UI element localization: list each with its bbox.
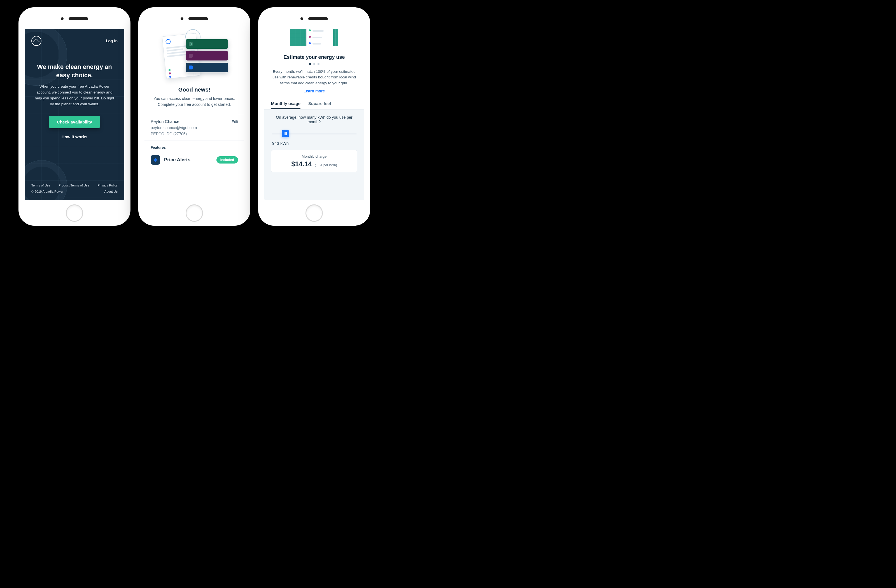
privacy-link[interactable]: Privacy Policy xyxy=(98,184,117,187)
monthly-charge-card: Monthly charge $14.14 (1.5¢ per kWh) xyxy=(271,150,357,172)
charge-amount: $14.14 xyxy=(291,160,312,168)
usage-question: On average, how many kWh do you use per … xyxy=(271,115,357,124)
home-button-icon[interactable] xyxy=(186,204,203,222)
terms-link[interactable]: Terms of Use xyxy=(31,184,50,187)
hero-illustration xyxy=(145,29,244,84)
price-alerts-icon xyxy=(151,155,160,165)
login-link[interactable]: Log In xyxy=(106,39,117,43)
estimate-body: Every month, we’ll match 100% of your es… xyxy=(270,69,358,86)
check-availability-button[interactable]: Check availability xyxy=(49,116,100,128)
account-summary: Edit Peyton Chance peyton.chance@viget.c… xyxy=(145,115,244,140)
account-email: peyton.chance@viget.com xyxy=(151,125,238,130)
phone-landing: Log In We make clean energy an easy choi… xyxy=(18,7,131,226)
account-name: Peyton Chance xyxy=(151,119,238,124)
feature-name: Price Alerts xyxy=(164,157,190,163)
pager-dot-3[interactable] xyxy=(317,63,320,65)
home-button-icon[interactable] xyxy=(305,204,323,222)
account-utility: PEPCO, DC (27705) xyxy=(151,132,238,136)
hero-body: When you create your free Arcadia Power … xyxy=(34,84,115,107)
tab-square-feet[interactable]: Square feet xyxy=(308,98,331,109)
tabs: Monthly usage Square feet xyxy=(264,98,364,110)
usage-panel: On average, how many kWh do you use per … xyxy=(264,110,364,200)
included-badge: Included xyxy=(216,156,238,163)
estimate-screen: Estimate your energy use Every month, we… xyxy=(264,29,364,200)
product-terms-link[interactable]: Product Terms of Use xyxy=(58,184,89,187)
phone-good-news: Good news! You can access clean energy a… xyxy=(138,7,250,226)
estimate-title: Estimate your energy use xyxy=(264,54,364,60)
feature-row-price-alerts[interactable]: Price Alerts Included xyxy=(145,153,244,170)
how-it-works-link[interactable]: How it works xyxy=(31,134,117,139)
home-button-icon[interactable] xyxy=(66,204,83,222)
grid-tile-icon xyxy=(290,29,338,46)
features-heading: Features xyxy=(145,141,244,153)
footer: Terms of Use Product Terms of Use Privac… xyxy=(31,184,117,193)
edit-account-link[interactable]: Edit xyxy=(232,120,238,124)
copyright: © 2019 Arcadia Power xyxy=(31,190,64,193)
good-news-body: You can access clean energy and lower pr… xyxy=(152,96,236,108)
charge-rate: (1.5¢ per kWh) xyxy=(315,163,337,167)
pager-dots[interactable] xyxy=(264,63,364,65)
learn-more-link[interactable]: Learn more xyxy=(264,89,364,93)
slider-thumb[interactable] xyxy=(282,130,289,137)
landing-screen: Log In We make clean energy an easy choi… xyxy=(24,29,124,200)
phone-speaker xyxy=(61,17,88,20)
hero-graphic xyxy=(264,29,364,49)
good-news-title: Good news! xyxy=(145,87,244,93)
hero-title: We make clean energy an easy choice. xyxy=(34,63,115,79)
tab-monthly-usage[interactable]: Monthly usage xyxy=(271,98,300,109)
charge-label: Monthly charge xyxy=(276,154,352,158)
usage-slider[interactable] xyxy=(271,130,357,137)
phone-speaker xyxy=(181,17,208,20)
pager-dot-2[interactable] xyxy=(313,63,315,65)
usage-value: 943 kWh xyxy=(272,141,357,146)
good-news-screen: Good news! You can access clean energy a… xyxy=(145,29,244,200)
about-link[interactable]: About Us xyxy=(104,190,117,193)
phone-estimate: Estimate your energy use Every month, we… xyxy=(258,7,370,226)
phone-speaker xyxy=(300,17,328,20)
pager-dot-1[interactable] xyxy=(309,63,311,65)
three-phone-mockup: Log In We make clean energy an easy choi… xyxy=(0,0,382,252)
brand-logo-icon xyxy=(31,36,41,46)
